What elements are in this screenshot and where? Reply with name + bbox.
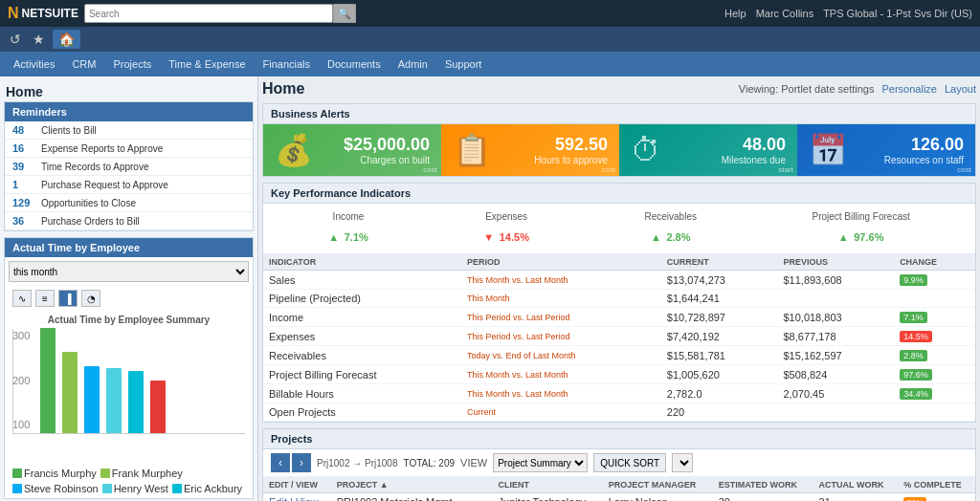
kpi-cell-indicator-1: Pipeline (Projected) xyxy=(263,290,461,308)
kpi-section: Key Performance Indicators Income ▲ 7.1%… xyxy=(262,183,976,423)
reminder-label-1: Expense Reports to Approve xyxy=(41,143,163,154)
refresh-icon[interactable]: ↺ xyxy=(6,30,25,49)
alert-label-0: Charges on built xyxy=(344,155,430,165)
nav-activities[interactable]: Activities xyxy=(6,54,62,74)
legend-1: Frank Murphey xyxy=(100,468,183,479)
kpi-income-label: Income xyxy=(328,211,368,222)
reminder-time-records[interactable]: 39 Time Records to Approve xyxy=(5,158,253,176)
nav-financials[interactable]: Financials xyxy=(256,54,319,74)
kpi-cell-current-4: $15,581,781 xyxy=(661,346,778,365)
proj-row-0: Edit | View PR|1002 Materials Mgmt Jupit… xyxy=(263,493,975,502)
nav-admin[interactable]: Admin xyxy=(390,54,435,74)
proj-sort-select[interactable] xyxy=(672,453,693,472)
kpi-cell-change-4: 2.8% xyxy=(894,346,975,365)
proj-th-client: CLIENT xyxy=(493,477,603,493)
home-icon[interactable]: 🏠 xyxy=(53,30,80,49)
help-link[interactable]: Help xyxy=(724,8,746,19)
personalize-link[interactable]: Personalize xyxy=(881,83,936,95)
kpi-cell-indicator-5: Project Billing Forecast xyxy=(263,365,461,384)
proj-quick-sort-btn[interactable]: QUICK SORT xyxy=(593,453,666,472)
reminder-count-1: 16 xyxy=(12,142,41,154)
kpi-row-3: Expenses This Period vs. Last Period $7,… xyxy=(263,327,975,346)
time-filter[interactable]: this month xyxy=(5,257,253,286)
chart-pie-btn[interactable]: ◔ xyxy=(81,290,100,307)
search-bar[interactable]: 🔍 xyxy=(84,4,356,23)
alert-card-0: 💰 $25,000.00 Charges on built cost xyxy=(263,124,441,176)
chart-legend: Francis Murphy Frank Murphey Steve Robin… xyxy=(5,464,253,498)
reminder-opportunities[interactable]: 129 Opportunities to Close xyxy=(5,194,253,212)
nav-documents[interactable]: Documents xyxy=(320,54,389,74)
kpi-row-2: Income This Period vs. Last Period $10,7… xyxy=(263,308,975,327)
proj-th-pct: % COMPLETE xyxy=(898,477,975,493)
chart-line-btn[interactable]: ∿ xyxy=(12,290,32,307)
proj-navigation: ‹ › xyxy=(271,453,311,472)
kpi-receivables-value: ▲ 2.8% xyxy=(644,224,696,246)
alert-label-2: Milestones due xyxy=(722,155,786,165)
alert-info-0: $25,000.00 Charges on built xyxy=(344,135,430,165)
alert-value-0: $25,000.00 xyxy=(344,135,430,155)
top-bar-right: Help Marc Collins TPS Global - 1-Pst Svs… xyxy=(724,8,972,19)
kpi-cell-previous-1 xyxy=(777,290,894,308)
legend-label-4: Eric Ackbury xyxy=(184,483,242,494)
legend-label-3: Henry West xyxy=(114,483,168,494)
nav-crm[interactable]: CRM xyxy=(64,54,103,74)
bar-1 xyxy=(62,352,78,433)
kpi-cell-period-7: Current xyxy=(461,403,661,422)
alert-label-3: Resources on staff xyxy=(884,155,964,165)
kpi-cell-indicator-7: Open Projects xyxy=(263,403,461,422)
bar-0 xyxy=(40,328,56,433)
kpi-row-6: Billable Hours This Month vs. Last Month… xyxy=(263,384,975,403)
projects-section: Projects ‹ › Prj1002 → Prj1008 TOTAL: 20… xyxy=(262,428,976,501)
kpi-cell-previous-4: $15,162,597 xyxy=(777,346,894,365)
chart-table-btn[interactable]: ≡ xyxy=(35,290,55,307)
kpi-row-0: Sales This Month vs. Last Month $13,074,… xyxy=(263,271,975,290)
time-filter-select[interactable]: this month xyxy=(9,261,249,282)
nav-support[interactable]: Support xyxy=(437,54,490,74)
kpi-income-value: ▲ 7.1% xyxy=(328,224,368,246)
content-area: Home Reminders 48 Clients to Bill 16 Exp… xyxy=(0,76,980,501)
search-input[interactable] xyxy=(84,4,333,23)
star-icon[interactable]: ★ xyxy=(29,30,49,49)
nav-projects[interactable]: Projects xyxy=(105,54,159,74)
proj-edit-0[interactable]: Edit | View xyxy=(263,493,331,502)
bar-3 xyxy=(106,368,122,433)
kpi-cell-indicator-4: Receivables xyxy=(263,346,461,365)
kpi-cell-current-1: $1,644,241 xyxy=(661,290,778,308)
kpi-cell-current-7: 220 xyxy=(661,403,778,422)
bar-4 xyxy=(128,371,144,433)
page-title-main: Home xyxy=(262,80,304,98)
alert-tag-3: cost xyxy=(957,165,971,174)
chart-bar-btn[interactable]: ▐ xyxy=(58,290,78,307)
reminder-clients-to-bill[interactable]: 48 Clients to Bill xyxy=(5,121,253,140)
reminder-count-4: 129 xyxy=(12,197,41,208)
reminder-expense-reports[interactable]: 16 Expense Reports to Approve xyxy=(5,140,253,158)
alert-info-3: 126.00 Resources on staff xyxy=(884,135,964,165)
kpi-cell-change-0: 9.9% xyxy=(894,271,975,290)
proj-est-0: 30 xyxy=(713,493,813,502)
search-button[interactable]: 🔍 xyxy=(333,4,356,23)
kpi-row-1: Pipeline (Projected) This Month $1,644,2… xyxy=(263,290,975,308)
kpi-cell-period-4: Today vs. End of Last Month xyxy=(461,346,661,365)
kpi-cell-change-5: 97.6% xyxy=(894,365,975,384)
legend-0: Francis Murphy xyxy=(12,468,97,479)
reminder-label-0: Clients to Bill xyxy=(41,125,97,136)
proj-next-btn[interactable]: › xyxy=(292,453,311,472)
legend-dot-3 xyxy=(102,484,112,493)
kpi-expenses-value: ▼ 14.5% xyxy=(483,224,529,246)
alert-label-1: Hours to approve xyxy=(534,155,608,165)
kpi-cell-current-5: $1,005,620 xyxy=(661,365,778,384)
proj-th-edit: EDIT / VIEW xyxy=(263,477,331,493)
kpi-cell-current-0: $13,074,273 xyxy=(661,271,778,290)
nav-time-expense[interactable]: Time & Expense xyxy=(161,54,253,74)
alert-tag-2: start xyxy=(778,165,793,174)
proj-total: TOTAL: 209 xyxy=(404,458,456,468)
kpi-cell-indicator-0: Sales xyxy=(263,271,461,290)
layout-link[interactable]: Layout xyxy=(945,83,976,95)
proj-view-select[interactable]: Project Summary xyxy=(493,453,588,472)
reminder-purchase-request[interactable]: 1 Purchase Request to Approve xyxy=(5,176,253,194)
alert-icon-0: 💰 xyxy=(275,132,313,168)
reminder-purchase-orders[interactable]: 36 Purchase Orders to Bill xyxy=(5,212,253,230)
kpi-table-header-row: INDICATOR PERIOD CURRENT PREVIOUS CHANGE xyxy=(263,254,975,271)
proj-prev-btn[interactable]: ‹ xyxy=(271,453,290,472)
kpi-expenses-label: Expenses xyxy=(483,211,529,222)
